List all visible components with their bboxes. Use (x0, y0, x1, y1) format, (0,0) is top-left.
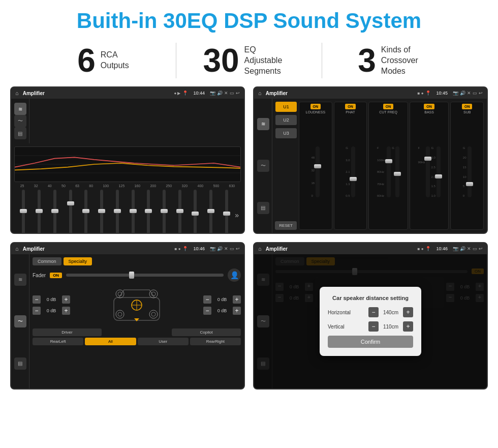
eq-status-bar: ⌂ Amplifier ● ▶ 📍 10:44 📷 🔊 ✕ ▭ ↩ (11, 87, 244, 99)
dialog-window-icon: ▭ (473, 246, 477, 251)
stat-eq: 30 EQ AdjustableSegments (176, 44, 322, 77)
vol0-minus-btn[interactable]: − (33, 295, 41, 304)
sidebar-eq-icon[interactable]: ≋ (14, 103, 26, 115)
eq-slider-10[interactable]: 0 (172, 190, 187, 234)
amp2-u1-btn[interactable]: U1 (275, 102, 297, 112)
amp2-sidebar-vol-icon[interactable]: ▤ (257, 202, 269, 214)
fader-driver-btn[interactable]: Driver (33, 328, 102, 336)
cutfreq-track-f[interactable] (387, 146, 391, 197)
fader-user-btn[interactable]: User (138, 338, 189, 345)
eq-slider-7[interactable]: 0 (126, 190, 140, 234)
eq-slider-8[interactable]: 0 (141, 190, 156, 234)
vertical-minus-btn[interactable]: − (368, 321, 379, 332)
eq-slider-3[interactable]: 5 (63, 190, 78, 234)
fader-rearright-btn[interactable]: RearRight (190, 338, 241, 345)
amp2-home-icon[interactable]: ⌂ (258, 90, 262, 96)
fader-h-slider[interactable] (66, 274, 224, 277)
vertical-plus-btn[interactable]: + (403, 321, 413, 332)
fader-avatar-icon[interactable]: 👤 (228, 268, 241, 282)
eq-slider-2[interactable]: 0 (47, 190, 62, 234)
fader-header-row: Fader ON 👤 (33, 268, 241, 282)
stat-crossover: 3 Kinds ofCrossover Modes (322, 44, 468, 77)
sub-on-btn[interactable]: ON (462, 104, 473, 109)
home-icon[interactable]: ⌂ (15, 90, 19, 96)
svg-marker-15 (134, 318, 139, 321)
dialog-content-area: ≋ 〜 ▤ Common Specialty ON (254, 254, 487, 389)
fader-tab-common[interactable]: Common (33, 257, 61, 265)
fader-sidebar-wave-icon[interactable]: 〜 (14, 315, 26, 327)
vol1-plus-btn[interactable]: + (62, 307, 70, 315)
bass-track-f[interactable] (426, 146, 430, 197)
sub-track[interactable] (468, 146, 472, 197)
eq-slider-13[interactable]: -1 (220, 190, 234, 234)
eq-slider-5[interactable]: 0 (95, 190, 109, 234)
vol0-plus-btn[interactable]: + (62, 295, 70, 304)
eq-slider-1[interactable]: 0 (32, 190, 47, 234)
eq-slider-0[interactable]: 0 (16, 190, 31, 234)
fader-sidebar-vol-icon[interactable]: ▤ (14, 357, 26, 370)
more-icon[interactable]: » (235, 211, 239, 219)
eq-slider-12[interactable]: 0 (204, 190, 219, 234)
fader-rearleft-btn[interactable]: RearLeft (33, 338, 83, 345)
amp2-sidebar-eq-icon[interactable]: ≋ (257, 118, 269, 130)
fader-home-icon[interactable]: ⌂ (15, 246, 19, 252)
amp2-back-icon[interactable]: ↩ (479, 91, 483, 96)
amp2-u3-btn[interactable]: U3 (275, 128, 297, 138)
fader-vol-row-2: − 0 dB + (203, 295, 241, 304)
fader-bottom-row-2: RearLeft All User RearRight (33, 338, 241, 345)
loudness-track[interactable] (316, 146, 320, 197)
svg-point-9 (118, 312, 122, 316)
bass-on-btn[interactable]: ON (424, 104, 434, 109)
phat-on-btn[interactable]: ON (345, 104, 356, 109)
fader-copilot-btn[interactable]: Copilot (172, 328, 241, 336)
fader-back-icon[interactable]: ↩ (236, 246, 240, 251)
stat-crossover-label: Kinds ofCrossover Modes (381, 45, 432, 76)
horizontal-value: 140cm (381, 310, 401, 315)
fader-all-btn[interactable]: All (85, 338, 136, 345)
eq-slider-4[interactable]: 0 (79, 190, 94, 234)
vol3-minus-btn[interactable]: − (203, 307, 211, 315)
amp2-reset-btn[interactable]: RESET (275, 221, 297, 230)
dialog-vertical-label: Vertical (328, 324, 358, 330)
horizontal-plus-btn[interactable]: + (403, 307, 413, 317)
amp2-u2-btn[interactable]: U2 (275, 115, 297, 125)
cutfreq-track-g[interactable] (395, 146, 399, 197)
cutfreq-thumb-g (394, 172, 401, 176)
eq-slider-9[interactable]: 0 (157, 190, 172, 234)
dialog-back-icon[interactable]: ↩ (479, 246, 483, 251)
cutfreq-on-btn[interactable]: ON (383, 104, 394, 109)
eq-freq-labels: 25 32 40 50 63 80 100 125 160 200 250 32… (14, 184, 241, 188)
fader-pin-icon: 📍 (182, 246, 188, 251)
vol2-minus-btn[interactable]: − (203, 295, 211, 304)
fader-time: 10:46 (193, 246, 205, 251)
amp2-sidebar-wave-icon[interactable]: 〜 (257, 160, 269, 172)
back-icon[interactable]: ↩ (236, 91, 240, 96)
eq-slider-11[interactable]: -1 (188, 190, 203, 234)
horizontal-minus-btn[interactable]: − (368, 307, 379, 317)
sidebar-vol-icon[interactable]: ▤ (14, 127, 26, 139)
camera-icon: 📷 (210, 91, 215, 96)
fader-tabs: Common Specialty (33, 257, 241, 265)
loudness-on-btn[interactable]: ON (310, 104, 321, 109)
eq-slider-6[interactable]: 0 (110, 190, 124, 234)
bass-track-g[interactable] (437, 146, 441, 197)
eq-main-area: 25 32 40 50 63 80 100 125 160 200 250 32… (11, 143, 244, 234)
amp2-volume-icon: 🔊 (460, 91, 465, 96)
vol2-plus-btn[interactable]: + (233, 295, 241, 304)
amp2-main: U1 U2 U3 RESET ON LOUDNESS 4832160 (272, 99, 487, 233)
eq-graph (14, 146, 241, 182)
fader-tab-specialty[interactable]: Specialty (64, 257, 92, 265)
dialog-screen: ⌂ Amplifier ■ ● 📍 10:46 📷 🔊 ✕ ▭ ↩ ≋ 〜 ▤ (253, 242, 488, 390)
sidebar-wave-icon[interactable]: 〜 (14, 115, 26, 127)
fader-car-placeholder (103, 328, 170, 336)
dialog-home-icon[interactable]: ⌂ (258, 246, 262, 252)
vol1-minus-btn[interactable]: − (33, 307, 41, 315)
svg-point-10 (149, 310, 158, 318)
fader-sidebar-eq-icon[interactable]: ≋ (14, 274, 26, 286)
vol3-plus-btn[interactable]: + (233, 307, 241, 315)
eq-screen-title: Amplifier (23, 91, 172, 96)
phat-label: PHAT (346, 110, 355, 114)
phat-track[interactable] (351, 146, 355, 197)
cutfreq-sliders: F100Hz80Hz70Hz60Hz G (377, 116, 399, 228)
confirm-button[interactable]: Confirm (328, 336, 413, 348)
